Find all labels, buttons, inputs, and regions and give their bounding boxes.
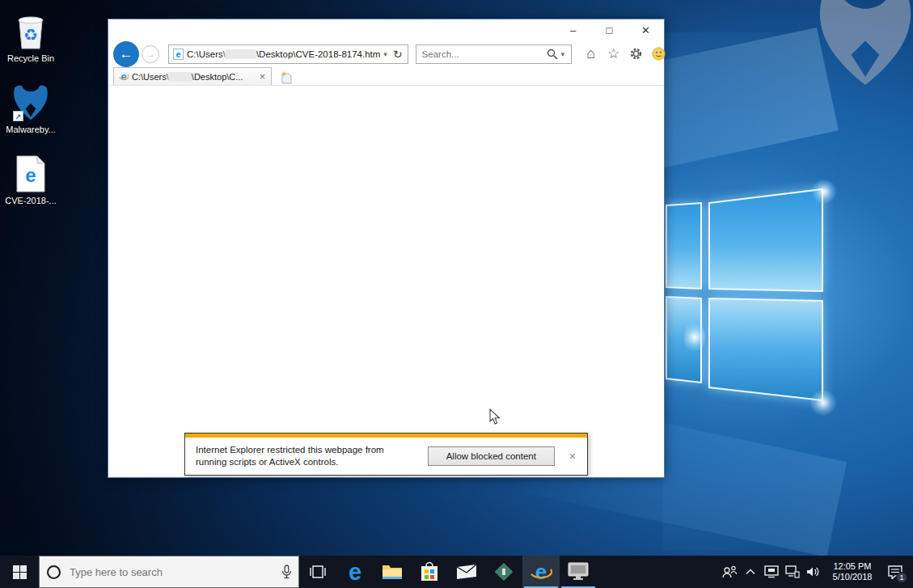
edge-html-document-icon: e xyxy=(3,154,58,192)
light-glint xyxy=(809,390,838,416)
tray-overflow-chevron-icon[interactable] xyxy=(740,556,761,588)
allow-blocked-content-button[interactable]: Allow blocked content xyxy=(428,446,555,466)
security-notification-bar: Internet Explorer restricted this webpag… xyxy=(184,433,588,476)
feedback-smiley-icon[interactable] xyxy=(651,46,666,61)
taskbar-clock[interactable]: 12:05 PM 5/10/2018 xyxy=(824,561,881,582)
tab-close-icon[interactable]: × xyxy=(257,71,268,82)
back-button[interactable]: ← xyxy=(113,41,139,67)
clock-time: 12:05 PM xyxy=(826,561,879,572)
notification-count-badge: 1 xyxy=(896,572,907,583)
display-tray-icon[interactable] xyxy=(761,556,782,588)
network-tray-icon[interactable] xyxy=(782,556,803,588)
internet-explorer-window: – □ ✕ ← → e C:\Users\\Desktop\CVE-2018-8… xyxy=(108,19,665,478)
system-tray: 12:05 PM 5/10/2018 1 xyxy=(719,556,913,588)
windows-start-icon xyxy=(13,565,27,579)
notification-message: Internet Explorer restricted this webpag… xyxy=(196,444,428,468)
taskbar-store-button[interactable] xyxy=(411,556,448,588)
desktop-icon-cve-file[interactable]: e CVE-2018-... xyxy=(3,154,58,205)
address-bar[interactable]: e C:\Users\\Desktop\CVE-2018-8174.htm ▾ … xyxy=(168,44,408,64)
notification-line1: Internet Explorer restricted this webpag… xyxy=(196,444,428,456)
start-button[interactable] xyxy=(0,556,39,588)
tab-title: C:\Users\\Desktop\C... xyxy=(132,72,257,82)
refresh-icon[interactable]: ↻ xyxy=(391,48,405,61)
mail-icon xyxy=(456,564,477,580)
search-input[interactable] xyxy=(422,49,547,59)
green-diamond-app-icon xyxy=(493,561,514,582)
file-explorer-icon xyxy=(382,563,403,581)
search-dropdown-caret-icon[interactable]: ▾ xyxy=(558,50,569,58)
microsoft-store-icon xyxy=(420,561,439,582)
malwarebytes-icon: ↗ xyxy=(3,82,58,121)
taskbar: e e xyxy=(0,556,913,588)
task-view-button[interactable] xyxy=(299,556,336,588)
volume-tray-icon[interactable] xyxy=(803,556,824,588)
cortana-icon xyxy=(47,565,61,579)
notification-close-icon[interactable]: × xyxy=(566,450,579,463)
desktop-icon-recycle-bin[interactable]: ♻ Recycle Bin xyxy=(3,11,58,63)
clock-date: 5/10/2018 xyxy=(826,572,879,582)
light-glint xyxy=(684,319,705,355)
browser-navbar: ← → e C:\Users\\Desktop\CVE-2018-8174.ht… xyxy=(108,40,664,67)
tab-title-suffix: \Desktop\C... xyxy=(192,72,243,82)
favorites-star-icon[interactable]: ☆ xyxy=(606,46,621,61)
tab-ie-icon: e xyxy=(119,71,129,82)
tab-cve-2018-8174[interactable]: e C:\Users\\Desktop\C... × xyxy=(113,67,272,85)
svg-text:♻: ♻ xyxy=(23,26,38,44)
shortcut-arrow-icon: ↗ xyxy=(13,111,23,121)
search-magnifier-icon[interactable] xyxy=(547,49,558,60)
redacted-username xyxy=(226,49,256,59)
taskbar-internet-explorer-button[interactable]: e xyxy=(522,556,560,588)
browser-command-icons: ⌂ ☆ xyxy=(583,46,666,61)
window-titlebar: – □ ✕ xyxy=(108,19,664,40)
taskbar-mail-button[interactable] xyxy=(448,556,485,588)
notification-line2: running scripts or ActiveX controls. xyxy=(196,456,428,468)
address-text: C:\Users\\Desktop\CVE-2018-8174.htm xyxy=(187,49,380,59)
address-dropdown-caret-icon[interactable]: ▾ xyxy=(380,50,391,58)
recycle-bin-icon: ♻ xyxy=(3,11,58,50)
internet-explorer-icon: e xyxy=(530,561,552,583)
address-prefix: C:\Users\ xyxy=(187,49,226,59)
home-icon[interactable]: ⌂ xyxy=(583,46,598,61)
svg-text:e: e xyxy=(175,49,180,59)
malwarebytes-watermark-icon xyxy=(815,0,913,89)
task-view-icon xyxy=(309,565,327,579)
microphone-icon[interactable] xyxy=(281,565,292,579)
action-center-button[interactable]: 1 xyxy=(881,556,910,588)
desktop-icon-malwarebytes[interactable]: ↗ Malwareby... xyxy=(3,82,58,134)
monitor-app-icon xyxy=(568,562,589,582)
search-box[interactable]: ▾ xyxy=(416,44,573,64)
desktop-icon-label: Malwareby... xyxy=(3,125,58,134)
svg-text:e: e xyxy=(535,561,547,583)
address-suffix: \Desktop\CVE-2018-8174.htm xyxy=(256,49,380,59)
desktop-icon-list: ♻ Recycle Bin ↗ Malwareby... e CVE-2018-… xyxy=(3,11,58,225)
taskbar-edge-button[interactable]: e xyxy=(336,556,374,588)
forward-button: → xyxy=(142,45,159,63)
redacted-username xyxy=(170,72,191,82)
minimize-button[interactable]: – xyxy=(555,19,591,40)
taskbar-green-diamond-app-button[interactable] xyxy=(485,556,522,588)
page-ie-icon: e xyxy=(173,49,184,60)
settings-gear-icon[interactable] xyxy=(628,46,644,61)
tab-title-prefix: C:\Users\ xyxy=(132,72,169,82)
svg-text:e: e xyxy=(25,164,36,186)
edge-icon: e xyxy=(349,561,361,584)
maximize-button[interactable]: □ xyxy=(591,19,628,40)
windows-logo-wallpaper xyxy=(663,183,826,406)
light-glint xyxy=(810,180,838,204)
people-tray-icon[interactable] xyxy=(719,556,740,588)
desktop-icon-label: Recycle Bin xyxy=(3,53,58,63)
taskbar-vm-viewer-button[interactable] xyxy=(560,556,597,588)
close-button[interactable]: ✕ xyxy=(628,19,664,40)
svg-text:e: e xyxy=(120,71,126,82)
taskbar-search-box[interactable] xyxy=(39,556,299,588)
browser-tabbar: e C:\Users\\Desktop\C... × xyxy=(108,67,664,86)
new-tab-icon xyxy=(281,71,293,84)
taskbar-file-explorer-button[interactable] xyxy=(374,556,411,588)
desktop-icon-label: CVE-2018-... xyxy=(3,196,58,205)
new-tab-button[interactable] xyxy=(277,70,295,85)
browser-page-content: Internet Explorer restricted this webpag… xyxy=(108,86,664,476)
taskbar-search-input[interactable] xyxy=(70,566,281,578)
